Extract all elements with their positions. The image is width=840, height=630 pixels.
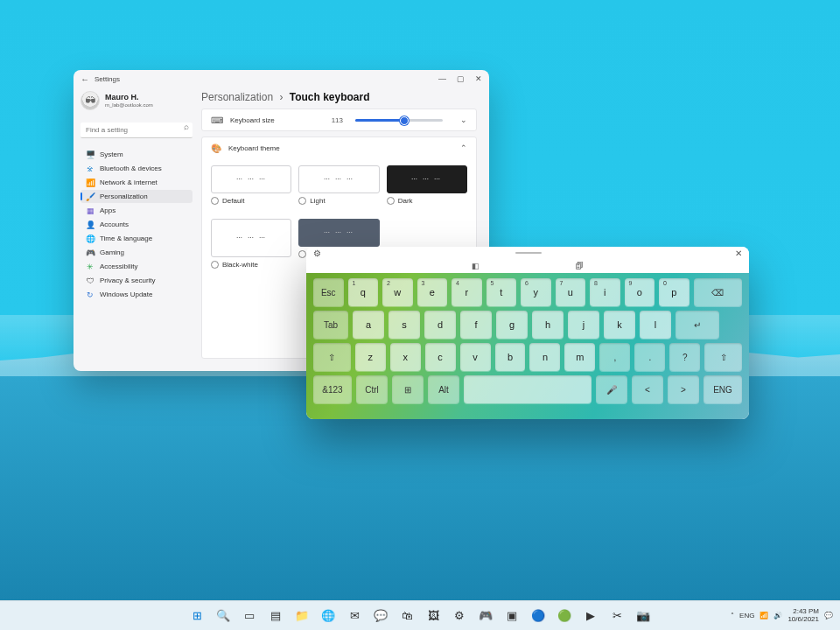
taskbar-terminal[interactable]: ▣ (501, 606, 522, 626)
breadcrumb-parent[interactable]: Personalization (201, 91, 273, 103)
clipboard-icon[interactable]: 🗐 (576, 262, 584, 270)
theme-option-black-white[interactable]: Black-white (211, 219, 291, 269)
key-k[interactable]: k (604, 311, 635, 339)
key-&123[interactable]: &123 (313, 375, 352, 403)
sidebar-item-net[interactable]: 📶Network & internet (80, 176, 192, 189)
taskbar-xbox[interactable]: 🎮 (475, 606, 496, 626)
taskbar-app1[interactable]: 🔵 (528, 606, 549, 626)
key-Alt[interactable]: Alt (428, 375, 459, 403)
key-⌫[interactable]: ⌫ (694, 278, 743, 306)
key-ENG[interactable]: ENG (704, 375, 742, 403)
key-t[interactable]: 5t (486, 278, 517, 306)
taskbar-widgets[interactable]: ▤ (265, 606, 286, 626)
taskbar-mail[interactable]: ✉ (344, 606, 365, 626)
theme-option-dark[interactable]: Dark (387, 165, 467, 205)
key-u[interactable]: 7u (556, 278, 586, 306)
key-r[interactable]: 4r (452, 278, 482, 306)
key-c[interactable]: c (425, 343, 456, 371)
key-y[interactable]: 6y (521, 278, 551, 306)
key-o[interactable]: 9o (625, 278, 655, 306)
key-q[interactable]: 1q (348, 278, 379, 306)
theme-radio[interactable]: Default (211, 197, 291, 205)
key-f[interactable]: f (460, 311, 492, 339)
taskbar-photos[interactable]: 🖼 (423, 606, 444, 626)
theme-radio[interactable]: Black-white (211, 261, 291, 269)
size-slider[interactable] (355, 119, 443, 122)
key-m[interactable]: m (564, 343, 595, 371)
key-x[interactable]: x (390, 343, 421, 371)
key-,[interactable]: , (599, 343, 630, 371)
key-h[interactable]: h (532, 311, 564, 339)
key->[interactable]: > (668, 375, 699, 403)
key-z[interactable]: z (355, 343, 386, 371)
sidebar-item-acc[interactable]: ✳Accessibility (80, 260, 192, 273)
key-Ctrl[interactable]: Ctrl (356, 375, 388, 403)
maximize-button[interactable]: ▢ (457, 74, 465, 83)
sidebar-item-time[interactable]: 🌐Time & language (80, 232, 192, 245)
taskbar-snip[interactable]: ✂ (606, 606, 627, 626)
dock-icon[interactable]: ◧ (472, 262, 480, 270)
key-v[interactable]: v (460, 343, 491, 371)
taskbar-search[interactable]: 🔍 (213, 606, 234, 626)
key-n[interactable]: n (529, 343, 560, 371)
key-⇧[interactable]: ⇧ (704, 343, 742, 371)
key-e[interactable]: 3e (417, 278, 448, 306)
key-d[interactable]: d (424, 311, 456, 339)
key-space[interactable] (464, 375, 592, 403)
theme-option-light[interactable]: Light (298, 165, 379, 205)
sidebar-item-gaming[interactable]: 🎮Gaming (80, 246, 192, 259)
taskbar-explorer[interactable]: 📁 (291, 606, 312, 626)
taskbar-app2[interactable]: 🟢 (554, 606, 575, 626)
sidebar-item-pers[interactable]: 🖌️Personalization (80, 190, 192, 203)
theme-radio[interactable]: Light (298, 197, 379, 205)
touch-keyboard-window[interactable]: ⚙ ✕ ◧ 🗐 Esc1q2w3e4r5t6y7u8i9o0p⌫ Tabasdf… (306, 247, 749, 419)
key-i[interactable]: 8i (590, 278, 620, 306)
key-g[interactable]: g (496, 311, 528, 339)
theme-header[interactable]: 🎨 Keyboard theme ⌃ (202, 137, 476, 158)
taskbar[interactable]: ⊞🔍▭▤📁🌐✉💬🛍🖼⚙🎮▣🔵🟢▶✂📷 ˄ ENG 📶 🔊 2:43 PM 10/… (0, 600, 840, 630)
key-⇧[interactable]: ⇧ (313, 343, 351, 371)
drag-handle[interactable] (515, 252, 542, 254)
search-box[interactable]: ⌕ (80, 120, 192, 138)
chevron-up-icon[interactable]: ⌃ (460, 144, 467, 152)
clock[interactable]: 2:43 PM 10/6/2021 (788, 608, 819, 624)
taskbar-store[interactable]: 🛍 (396, 606, 417, 626)
keyboard-size-panel[interactable]: ⌨ Keyboard size 113 ⌄ (201, 108, 477, 131)
key-Esc[interactable]: Esc (313, 278, 344, 306)
sidebar-item-apps[interactable]: ▦Apps (80, 204, 192, 217)
close-button[interactable]: ✕ (475, 74, 482, 83)
sidebar-item-priv[interactable]: 🛡Privacy & security (80, 274, 192, 287)
wifi-icon[interactable]: 📶 (760, 612, 768, 620)
tk-close-button[interactable]: ✕ (735, 248, 742, 258)
notifications-icon[interactable]: 💬 (824, 612, 833, 620)
sidebar-item-wu[interactable]: ↻Windows Update (80, 288, 192, 301)
system-tray[interactable]: ˄ ENG 📶 🔊 2:43 PM 10/6/2021 💬 (731, 608, 833, 624)
key-🎤[interactable]: 🎤 (596, 375, 627, 403)
taskbar-taskview[interactable]: ▭ (239, 606, 260, 626)
theme-option-default[interactable]: Default (211, 165, 291, 205)
key-Tab[interactable]: Tab (313, 311, 348, 339)
taskbar-camera[interactable]: 📷 (633, 606, 654, 626)
tray-chevron-up-icon[interactable]: ˄ (731, 612, 734, 620)
chevron-down-icon[interactable]: ⌄ (460, 116, 467, 124)
volume-icon[interactable]: 🔊 (774, 612, 782, 620)
taskbar-teams[interactable]: 💬 (370, 606, 391, 626)
sidebar-item-bt[interactable]: ※Bluetooth & devices (80, 162, 192, 175)
key-w[interactable]: 2w (382, 278, 413, 306)
minimize-button[interactable]: — (438, 74, 446, 83)
gear-icon[interactable]: ⚙ (313, 248, 321, 258)
key-⊞[interactable]: ⊞ (392, 375, 424, 403)
settings-titlebar[interactable]: ← Settings — ▢ ✕ (74, 70, 489, 88)
taskbar-start[interactable]: ⊞ (186, 606, 207, 626)
search-input[interactable] (80, 122, 192, 138)
key-?[interactable]: ? (669, 343, 700, 371)
back-button[interactable]: ← (80, 74, 89, 84)
key-j[interactable]: j (568, 311, 599, 339)
taskbar-settings[interactable]: ⚙ (449, 606, 470, 626)
key-l[interactable]: l (640, 311, 671, 339)
key-<[interactable]: < (632, 375, 663, 403)
key-p[interactable]: 0p (659, 278, 690, 306)
key-b[interactable]: b (495, 343, 526, 371)
user-block[interactable]: 🕶 Mauro H. m_lab@outlook.com (80, 91, 192, 110)
key-s[interactable]: s (388, 311, 420, 339)
